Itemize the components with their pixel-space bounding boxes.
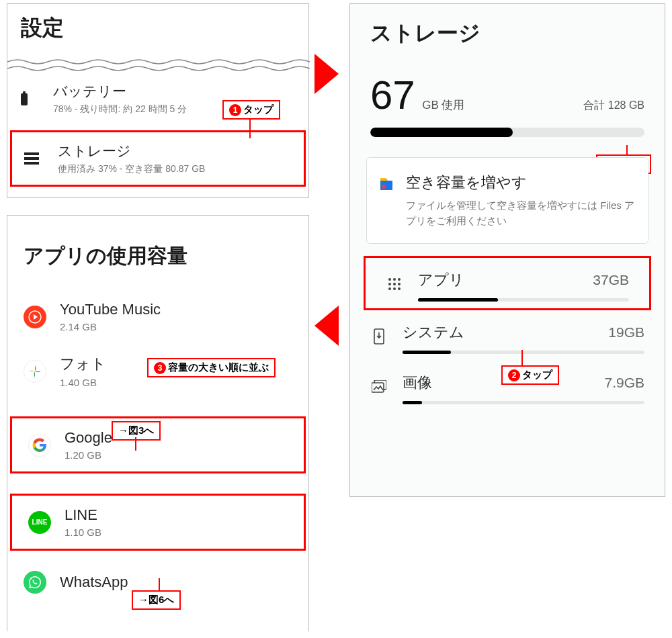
torn-edge [7, 58, 308, 73]
app-row-line[interactable]: LINE LINE 1.10 GB [10, 494, 306, 551]
app-usage-panel: アプリの使用容量 YouTube Music 2.14 GB 3 容量の大きい順… [7, 215, 309, 631]
svg-point-12 [388, 287, 391, 290]
svg-rect-3 [24, 157, 39, 160]
app-name-4: WhatsApp [60, 574, 292, 591]
svg-point-9 [388, 283, 391, 285]
arrow-right-icon [314, 54, 339, 94]
badge-2: 2 [508, 369, 520, 381]
svg-point-10 [393, 283, 396, 285]
free-space-title: 空き容量を増やす [406, 173, 634, 193]
free-space-sub: ファイルを管理して空き容量を増やすには Files アプリをご利用ください [406, 198, 634, 228]
cat-system-name: システム [403, 322, 464, 343]
line-icon: LINE [28, 511, 51, 534]
svg-point-8 [398, 278, 401, 281]
cat-images-name: 画像 [403, 373, 432, 393]
apps-grid-icon [386, 277, 403, 294]
svg-point-14 [398, 287, 401, 290]
files-app-icon [378, 175, 395, 193]
app-row-youtube-music[interactable]: YouTube Music 2.14 GB [7, 290, 308, 343]
youtube-music-icon [24, 306, 46, 328]
callout-sorted-text: 容量の大きい順に並ぶ [168, 361, 269, 374]
svg-rect-4 [24, 162, 39, 165]
battery-title: バッテリー [53, 82, 296, 101]
app-size-1: 1.40 GB [60, 377, 292, 388]
storage-used-value: 67 [370, 73, 415, 118]
app-name-0: YouTube Music [60, 301, 292, 318]
settings-row-storage[interactable]: ストレージ 使用済み 37% - 空き容量 80.87 GB [10, 130, 306, 187]
app-size-3: 1.10 GB [65, 527, 288, 538]
storage-progress [370, 128, 644, 137]
category-row-apps[interactable]: アプリ 37GB [364, 256, 651, 310]
app-size-0: 2.14 GB [60, 321, 292, 332]
callout-tap2-text: タップ [522, 369, 552, 381]
callout-tap1: 1 タップ [222, 100, 280, 120]
images-icon [370, 380, 388, 397]
callout-fig6-text: →図6へ [138, 594, 174, 606]
storage-title: ストレージ [350, 4, 665, 69]
callout-tap1-text: タップ [243, 103, 274, 116]
storage-row-sub: 使用済み 37% - 空き容量 80.87 GB [58, 163, 292, 175]
google-photos-icon [24, 360, 46, 383]
cat-images-val: 7.9GB [604, 375, 644, 391]
whatsapp-icon [24, 571, 46, 594]
storage-used-unit: GB 使用 [422, 99, 464, 111]
storage-row-title: ストレージ [58, 142, 292, 161]
svg-point-5 [382, 185, 386, 189]
category-row-system[interactable]: システム 19GB [350, 310, 665, 361]
usage-title: アプリの使用容量 [7, 216, 308, 290]
free-space-card[interactable]: 空き容量を増やす ファイルを管理して空き容量を増やすには Files アプリをご… [366, 157, 648, 244]
svg-rect-1 [23, 91, 26, 93]
svg-point-7 [393, 278, 396, 281]
callout-tap2: 2 タップ [501, 365, 559, 385]
svg-point-11 [398, 283, 401, 285]
svg-point-6 [388, 278, 391, 281]
badge-1: 1 [229, 104, 241, 116]
settings-title: 設定 [7, 4, 308, 58]
svg-rect-0 [21, 93, 28, 105]
cat-apps-name: アプリ [418, 270, 464, 290]
callout-sorted: 3 容量の大きい順に並ぶ [147, 358, 276, 377]
svg-point-13 [393, 287, 396, 290]
cat-apps-val: 37GB [593, 272, 629, 288]
storage-icon [24, 152, 42, 165]
storage-panel: ストレージ 67 GB 使用 合計 128 GB →図10へ 空き容量を増やす … [349, 3, 665, 497]
app-name-3: LINE [65, 506, 288, 524]
app-size-2: 1.20 GB [65, 449, 288, 461]
callout-fig3-text: →図3へ [118, 424, 154, 437]
callout-fig6: →図6へ [132, 590, 181, 610]
svg-rect-2 [24, 152, 39, 155]
storage-total: 合計 128 GB [583, 99, 644, 113]
battery-icon [19, 91, 37, 106]
arrow-left-icon [314, 306, 339, 346]
badge-3: 3 [154, 362, 166, 374]
app-name-2: Google [65, 429, 288, 447]
cat-system-val: 19GB [608, 324, 644, 340]
system-update-icon [370, 328, 388, 348]
settings-panel: 設定 バッテリー 78% - 残り時間: 約 22 時間 5 分 ストレージ 使… [7, 3, 309, 198]
google-icon [28, 434, 51, 457]
